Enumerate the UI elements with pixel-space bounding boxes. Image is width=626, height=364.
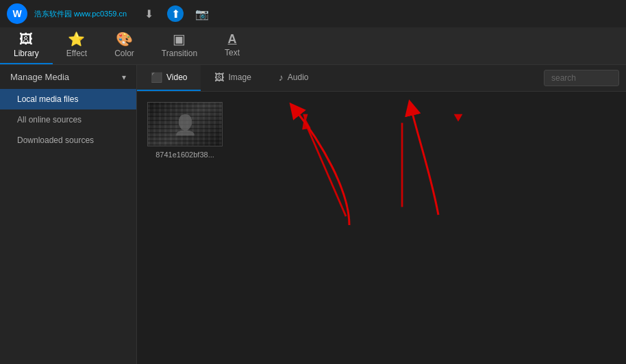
transition-icon: ▣ [173, 32, 186, 46]
media-item-label: 8741e1602bf38... [155, 151, 214, 159]
media-tab-video[interactable]: ⬛ Video [137, 65, 201, 91]
upload-icon[interactable]: ⬆ [167, 5, 184, 22]
media-tab-audio[interactable]: ♪ Audio [265, 65, 323, 91]
arrow-to-image [300, 114, 346, 216]
titlebar: W 浩东软件园 www.pc0359.cn ⬇ ⬆ 📷 [0, 0, 626, 27]
media-tab-image[interactable]: 🖼 Image [201, 65, 264, 91]
thumbnail-image [148, 103, 222, 146]
tab-library[interactable]: 🖼 Library [0, 27, 53, 64]
manage-media-header[interactable]: Manage Media ▾ [0, 65, 136, 89]
list-item[interactable]: 8741e1602bf38... [147, 102, 223, 159]
search-area [537, 66, 626, 90]
search-input[interactable] [544, 70, 619, 86]
svg-marker-1 [300, 116, 311, 129]
tab-color[interactable]: 🎨 Color [101, 27, 148, 64]
svg-marker-2 [303, 114, 308, 123]
titlebar-icons: ⬇ ⬆ 📷 [140, 5, 210, 22]
media-grid: 8741e1602bf38... [137, 92, 626, 364]
sidebar-item-local[interactable]: Local media files [0, 89, 136, 109]
nav-tabs: 🖼 Library ⭐ Effect 🎨 Color ▣ Transition … [0, 27, 626, 65]
camera-icon[interactable]: 📷 [194, 5, 210, 22]
tab-text[interactable]: A Text [211, 27, 253, 64]
arrow-to-audio [402, 114, 462, 207]
sidebar: Manage Media ▾ Local media files All onl… [0, 65, 137, 364]
tab-transition[interactable]: ▣ Transition [148, 27, 211, 64]
download-icon[interactable]: ⬇ [140, 5, 157, 22]
color-icon: 🎨 [116, 32, 133, 46]
text-icon: A [228, 33, 237, 45]
audio-tab-icon: ♪ [279, 72, 284, 83]
svg-line-0 [305, 123, 346, 217]
svg-marker-4 [454, 114, 463, 122]
main-layout: Manage Media ▾ Local media files All onl… [0, 65, 626, 364]
effect-icon: ⭐ [68, 32, 85, 46]
library-icon: 🖼 [19, 32, 33, 46]
image-tab-icon: 🖼 [214, 72, 224, 83]
sidebar-item-online[interactable]: All online sources [0, 109, 136, 130]
content-area: ⬛ Video 🖼 Image ♪ Audio 8741e1602bf38... [137, 65, 626, 364]
chevron-down-icon: ▾ [122, 73, 126, 82]
watermark-text: 浩东软件园 www.pc0359.cn [34, 9, 127, 19]
video-tab-icon: ⬛ [151, 72, 162, 83]
manage-media-label: Manage Media [10, 72, 69, 82]
app-logo: W [7, 3, 27, 24]
sidebar-item-downloaded[interactable]: Downloaded sources [0, 130, 136, 151]
media-tabs: ⬛ Video 🖼 Image ♪ Audio [137, 65, 626, 92]
media-thumbnail [147, 102, 223, 146]
tab-effect[interactable]: ⭐ Effect [53, 27, 101, 64]
